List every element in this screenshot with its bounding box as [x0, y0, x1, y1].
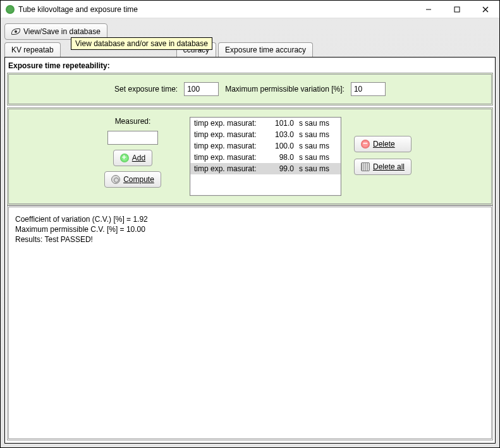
params-row: Set exposure time: Maximum permissible v… — [16, 82, 484, 96]
add-label: Add — [132, 154, 145, 162]
titlebar: Tube kilovoltage and exposure time — [1, 1, 499, 18]
compute-button[interactable]: Compute — [104, 171, 161, 188]
measured-column: Measured: Add Compute — [88, 117, 177, 188]
tab-exposure-time-accuracy[interactable]: Exposure time accuracy — [218, 42, 313, 57]
window-controls — [414, 1, 499, 18]
group-title: Exposure time repeteability: — [8, 61, 492, 70]
svg-rect-1 — [454, 7, 460, 12]
measured-input[interactable] — [107, 131, 158, 145]
eye-icon — [11, 28, 20, 35]
list-item[interactable]: timp exp. masurat:98.0s sau ms — [190, 152, 341, 163]
compute-label: Compute — [123, 175, 154, 184]
trash-icon — [361, 162, 370, 171]
window-title: Tube kilovoltage and exposure time — [18, 5, 414, 14]
plus-icon — [120, 154, 129, 162]
list-item[interactable]: timp exp. masurat:99.0s sau ms — [190, 163, 341, 174]
app-window: Tube kilovoltage and exposure time View/… — [0, 0, 500, 448]
delete-button[interactable]: Delete — [354, 136, 412, 152]
measurements-list[interactable]: timp exp. masurat:101.0s sau mstimp exp.… — [190, 117, 341, 196]
tab-kv-repeatability[interactable]: KV repeatab — [4, 42, 61, 57]
measured-label: Measured: — [115, 117, 151, 126]
result-line-cv: Coefficient of variation (C.V.) [%] = 1.… — [15, 215, 485, 224]
delete-column: Delete Delete all — [354, 136, 412, 175]
maximize-button[interactable] — [442, 1, 471, 18]
add-button[interactable]: Add — [113, 150, 152, 166]
list-item[interactable]: timp exp. masurat:101.0s sau ms — [190, 118, 341, 129]
gear-icon — [111, 175, 120, 184]
tooltip: View database and/or save in database — [71, 37, 212, 50]
list-item[interactable]: timp exp. masurat:100.0s sau ms — [190, 140, 341, 152]
content-area: View/Save in database View database and/… — [1, 18, 499, 447]
max-variation-input[interactable] — [351, 82, 386, 96]
max-variation-label: Maximum permissible variation [%]: — [225, 85, 345, 94]
minimize-button[interactable] — [414, 1, 442, 18]
delete-label: Delete — [373, 140, 395, 148]
group-frame: Exposure time repeteability: Set exposur… — [4, 57, 496, 444]
results-box: Coefficient of variation (C.V.) [%] = 1.… — [7, 205, 493, 440]
delete-all-button[interactable]: Delete all — [354, 159, 412, 175]
result-line-max: Maximum permissible C.V. [%] = 10.00 — [15, 225, 485, 234]
set-exposure-input[interactable] — [184, 82, 219, 96]
delete-all-label: Delete all — [373, 162, 405, 171]
params-panel: Set exposure time: Maximum permissible v… — [7, 73, 493, 106]
measure-panel: Measured: Add Compute timp exp. masurat:… — [7, 107, 493, 205]
toolbar: View/Save in database View database and/… — [4, 23, 496, 40]
app-icon — [6, 5, 15, 14]
result-line-pass: Results: Test PASSED! — [15, 235, 485, 244]
list-item[interactable]: timp exp. masurat:103.0s sau ms — [190, 129, 341, 140]
set-exposure-label: Set exposure time: — [114, 85, 178, 94]
minus-icon — [361, 140, 370, 148]
close-button[interactable] — [471, 1, 499, 18]
measure-grid: Measured: Add Compute timp exp. masurat:… — [16, 117, 484, 196]
view-save-label: View/Save in database — [23, 27, 101, 36]
